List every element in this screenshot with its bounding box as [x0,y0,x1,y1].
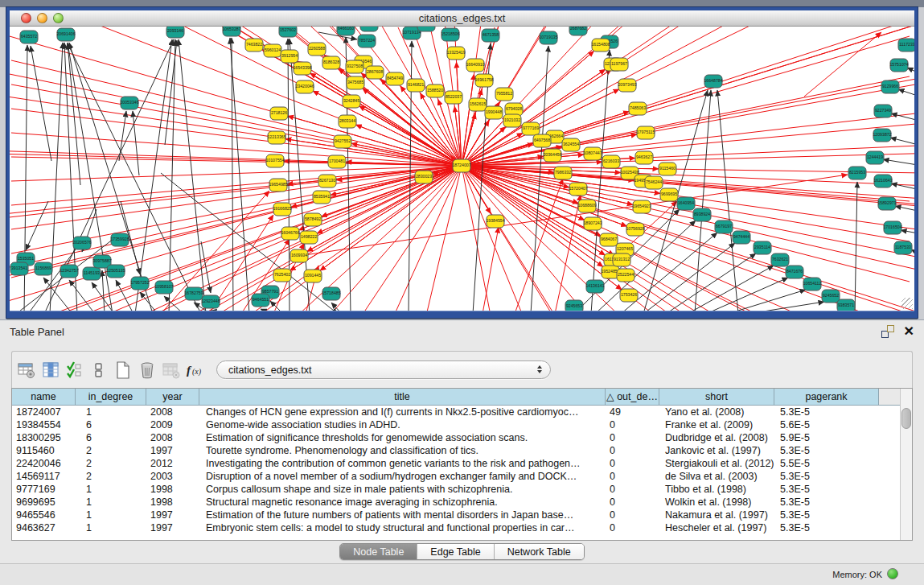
graph-node[interactable]: 6497568 [533,134,551,147]
graph-node[interactable]: 16210643 [873,175,892,187]
graph-node[interactable]: 19654923 [632,200,651,213]
table-cell[interactable]: 18300295 [12,431,76,444]
graph-node[interactable]: 15892971 [877,197,896,210]
table-vertical-scrollbar[interactable] [900,389,912,540]
graph-node[interactable]: 7632621 [771,253,789,266]
float-panel-icon[interactable] [881,325,894,338]
table-cell[interactable]: de Silva et al. (2003) [659,470,774,483]
graph-node[interactable]: 9684067 [600,233,618,246]
graph-node[interactable]: 2093146 [166,27,184,38]
graph-node[interactable]: 8454749 [386,72,404,85]
table-cell[interactable]: 2009 [146,418,199,431]
table-cell[interactable]: Franke et al. (2009) [659,418,774,431]
graph-node[interactable]: 1700481 [328,155,346,168]
graph-node[interactable]: 3913541 [10,262,28,275]
table-cell[interactable]: 2003 [146,470,199,483]
graph-node[interactable]: 1498222 [300,231,318,244]
graph-node[interactable]: 2803144 [339,115,356,128]
graph-node[interactable]: 12342757 [60,265,78,278]
graph-node[interactable]: 16543398 [293,62,311,75]
table-cell[interactable]: Embryonic stem cells: a model to study s… [199,521,606,534]
graph-node[interactable]: 19384554 [486,215,504,228]
graph-node[interactable]: 8813054 [417,27,435,31]
graph-node[interactable]: 9427552 [334,135,351,148]
table-cell[interactable]: 1997 [146,509,199,521]
graph-node[interactable]: 15751074 [889,59,908,72]
table-row[interactable]: 1938455462009Genome-wide association stu… [12,418,912,431]
graph-node[interactable]: 20053346 [120,97,138,109]
select-rows-icon[interactable] [65,360,84,380]
graph-node[interactable]: 2867608 [366,66,384,79]
table-selector-dropdown[interactable]: citations_edges.txt [216,360,551,379]
graph-node[interactable]: 6216033 [602,155,620,168]
table-cell[interactable]: 5.3E-5 [774,483,879,496]
table-cell[interactable]: 2008 [146,406,199,418]
column-header-name[interactable]: name [12,389,76,406]
graph-node[interactable]: 1527602 [279,27,297,37]
table-cell[interactable]: 0 [606,457,659,470]
graph-node[interactable]: 18724007 [452,159,470,172]
table-cell[interactable]: 0 [606,431,659,444]
table-cell[interactable]: 0 [606,444,659,457]
table-cell[interactable]: 6 [76,431,146,444]
graph-node[interactable]: 16154808 [591,39,610,51]
graph-node[interactable]: 1187533 [894,241,912,254]
graph-node[interactable]: 16961758 [474,74,493,87]
graph-node[interactable]: 23420046 [295,80,314,93]
graph-node[interactable]: 7546244 [645,176,663,189]
tab-network-table[interactable]: Network Table [494,544,584,559]
table-cell[interactable]: 5.5E-5 [774,457,879,470]
graph-node[interactable]: 16648784 [704,75,722,88]
network-canvas[interactable]: 6435572206914062093146106532871527602646… [10,27,914,311]
graph-node[interactable]: 7463822 [245,39,263,51]
graph-node[interactable]: 10654112 [803,278,822,290]
graph-node[interactable]: 8215953 [848,167,866,179]
graph-node[interactable]: 17016504 [883,221,901,234]
table-cell[interactable]: Estimation of significance thresholds fo… [199,431,606,444]
graph-node[interactable]: 3242845 [343,95,360,108]
table-cell[interactable]: Wolkin et al. (1998) [659,496,774,509]
table-cell[interactable]: 1 [76,509,146,521]
graph-node[interactable]: 15720407 [569,183,587,196]
graph-node[interactable]: 17975115 [637,126,655,139]
table-cell[interactable]: Investigating the contribution of common… [199,457,606,470]
graph-node[interactable]: 17359928 [110,233,129,246]
graph-node[interactable]: 8522037 [445,91,462,104]
graph-node[interactable]: 1588520 [426,84,444,97]
graph-node[interactable]: 13325419 [446,47,465,60]
graph-node[interactable]: 8186328 [322,56,340,69]
graph-node[interactable]: 19166825 [273,203,291,216]
delete-icon[interactable] [138,360,157,380]
graph-node[interactable]: 5960124 [264,44,281,57]
table-cell[interactable]: 9465546 [12,509,76,521]
table-cell[interactable]: 0 [606,496,659,509]
table-cell[interactable]: 1 [76,406,146,418]
narrow-column-icon[interactable] [89,360,109,380]
table-cell[interactable]: 1 [76,521,146,534]
graph-node[interactable]: 15718485 [322,287,340,300]
table-cell[interactable]: 9699695 [12,496,76,509]
table-row[interactable]: 946362711997Embryonic stem cells: a mode… [12,521,912,534]
table-cell[interactable]: Tibbo et al. (1998) [659,483,774,496]
column-header-short[interactable]: short [659,389,774,406]
graph-node[interactable]: 2260588 [308,43,326,56]
table-cell[interactable]: 19384554 [12,418,76,431]
graph-node[interactable]: 5878492 [304,213,322,226]
table-cell[interactable]: 18724007 [12,406,76,418]
graph-node[interactable]: 8535941 [313,191,331,204]
table-row[interactable]: 911546021997Tourette syndrome. Phenomeno… [12,444,912,457]
graph-node[interactable]: 1145193 [83,267,101,280]
table-cell[interactable]: 9115460 [12,444,76,457]
table-cell[interactable]: Genome-wide association studies in ADHD. [199,418,606,431]
table-cell[interactable]: 2008 [146,431,199,444]
table-options-icon[interactable] [17,360,36,380]
table-cell[interactable]: Corpus callosum shape and size in male p… [199,483,606,496]
graph-node[interactable]: 9777169 [522,122,540,135]
table-cell[interactable]: 1998 [146,483,199,496]
table-cell[interactable]: 2 [76,470,146,483]
graph-node[interactable]: 20691406 [56,28,75,41]
table-cell[interactable]: 14569117 [12,470,76,483]
table-cell[interactable]: 5.3E-5 [774,406,879,418]
table-row[interactable]: 977716911998Corpus callosum shape and si… [12,483,912,496]
graph-node[interactable]: 1117233 [898,39,914,51]
